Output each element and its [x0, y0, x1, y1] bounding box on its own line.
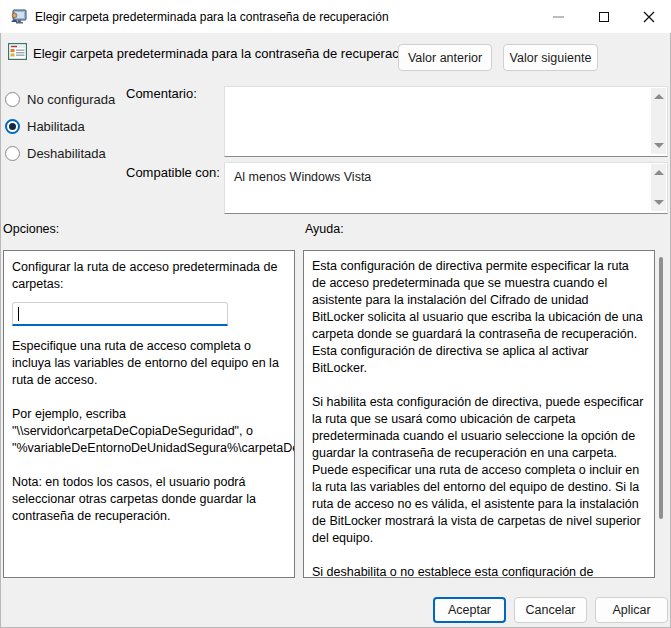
titlebar: Elegir carpeta predeterminada para la co… — [0, 0, 671, 33]
group-policy-app-icon — [10, 9, 27, 25]
help-section-label: Ayuda: — [305, 222, 344, 236]
supported-on-textarea[interactable]: Al menos Windows Vista — [224, 162, 668, 214]
policy-setting-icon — [8, 43, 27, 60]
maximize-icon — [599, 12, 609, 22]
next-setting-button[interactable]: Valor siguiente — [503, 44, 598, 71]
options-paragraph: Nota: en todos los casos, el usuario pod… — [12, 474, 286, 525]
radio-enabled[interactable]: Habilitada — [5, 117, 85, 135]
supported-scrollbar[interactable] — [651, 164, 666, 211]
help-paragraph: Si deshabilita o no establece esta confi… — [312, 564, 644, 578]
radio-label: No configurada — [27, 92, 115, 107]
help-scrollbar-thumb[interactable] — [659, 257, 663, 519]
supported-on-label: Compatible con: — [126, 165, 220, 180]
radio-circle-icon — [5, 119, 20, 134]
options-paragraph: Especifique una ruta de acceso completa … — [12, 338, 286, 389]
ok-button[interactable]: Aceptar — [433, 597, 506, 623]
help-panel: Esta configuración de directiva permite … — [303, 250, 655, 578]
help-paragraph: Si habilita esta configuración de direct… — [312, 394, 644, 547]
close-icon — [643, 11, 655, 23]
options-panel: Configurar la ruta de acceso predetermin… — [3, 250, 295, 578]
window-title: Elegir carpeta predeterminada para la co… — [35, 10, 389, 24]
options-section-label: Opciones: — [3, 222, 59, 236]
minimize-icon — [553, 16, 564, 18]
scroll-up-icon[interactable] — [654, 170, 664, 175]
previous-setting-button[interactable]: Valor anterior — [398, 44, 492, 71]
scroll-down-icon[interactable] — [654, 200, 664, 205]
options-paragraph: Por ejemplo, escriba "\\servidor\carpeta… — [12, 406, 286, 457]
apply-button[interactable]: Aplicar — [595, 597, 668, 623]
help-paragraph: Esta configuración de directiva permite … — [312, 258, 644, 377]
comment-textarea[interactable] — [224, 86, 668, 157]
supported-on-text: Al menos Windows Vista — [225, 163, 667, 191]
close-button[interactable] — [626, 0, 671, 33]
cancel-button[interactable]: Cancelar — [514, 597, 587, 623]
radio-circle-icon — [5, 146, 20, 161]
radio-label: Deshabilitada — [27, 146, 106, 161]
policy-name: Elegir carpeta predeterminada para la co… — [33, 46, 416, 61]
scroll-down-icon[interactable] — [654, 143, 664, 148]
comment-scrollbar[interactable] — [651, 88, 666, 154]
folder-path-input[interactable] — [12, 302, 228, 326]
radio-label: Habilitada — [27, 119, 85, 134]
radio-circle-icon — [5, 92, 20, 107]
comment-text — [225, 87, 667, 99]
radio-disabled[interactable]: Deshabilitada — [5, 144, 106, 162]
scroll-up-icon[interactable] — [654, 94, 664, 99]
folder-path-field-label: Configurar la ruta de acceso predetermin… — [12, 259, 286, 293]
minimize-button[interactable] — [536, 0, 581, 33]
radio-not-configured[interactable]: No configurada — [5, 90, 115, 108]
policy-settings-dialog: Elegir carpeta predeterminada para la co… — [0, 0, 671, 628]
text-caret — [18, 307, 19, 321]
comment-label: Comentario: — [126, 86, 197, 101]
maximize-button[interactable] — [581, 0, 626, 33]
